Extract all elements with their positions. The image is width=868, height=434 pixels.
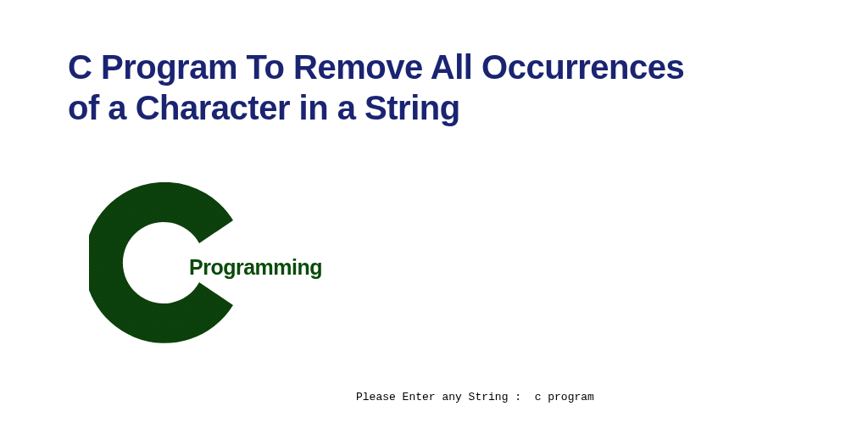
c-programming-logo: Programming (89, 182, 292, 343)
logo-text: Programming (189, 255, 322, 280)
page-title: C Program To Remove All Occurrencesof a … (68, 47, 684, 128)
output-line-1: Please Enter any String : c program (356, 389, 779, 406)
program-output: Please Enter any String : c program Plea… (356, 356, 779, 434)
